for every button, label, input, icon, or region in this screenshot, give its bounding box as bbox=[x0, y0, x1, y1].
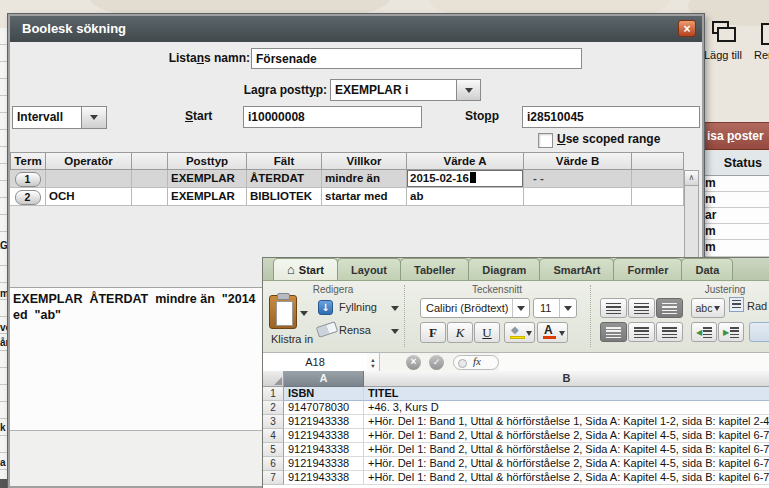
row-header[interactable]: 6 bbox=[263, 457, 284, 471]
accept-button[interactable]: ✓ bbox=[429, 355, 444, 370]
paste-button-label[interactable]: Klistra in bbox=[263, 333, 321, 345]
insert-function-button[interactable]: fx bbox=[453, 355, 499, 370]
fill-button-label[interactable]: Fyllning bbox=[339, 301, 377, 313]
bold-button[interactable]: F bbox=[420, 322, 446, 343]
font-color-button[interactable]: A bbox=[537, 322, 568, 343]
value-a-edit-field[interactable]: 2015-02-16 bbox=[407, 170, 523, 187]
align-middle-button[interactable] bbox=[628, 298, 655, 318]
cell-b7[interactable]: +Hör. Del 1: Band 2, Uttal & hörförståel… bbox=[364, 471, 769, 485]
align-center-button[interactable] bbox=[628, 322, 655, 342]
clear-dropdown-arrow[interactable] bbox=[391, 329, 399, 334]
italic-button[interactable]: K bbox=[447, 322, 473, 343]
row-header[interactable]: 7 bbox=[263, 471, 284, 485]
fill-color-button[interactable]: ◆ bbox=[504, 322, 535, 343]
row-header[interactable]: 2 bbox=[263, 401, 284, 415]
list-row[interactable]: m bbox=[704, 192, 769, 208]
cell-a5[interactable]: 9121943338 bbox=[284, 443, 364, 457]
term-number-cell[interactable]: 1 bbox=[10, 170, 46, 188]
row-header[interactable]: 1 bbox=[263, 387, 284, 401]
list-row[interactable]: m bbox=[704, 176, 769, 192]
cell-b4[interactable]: +Hör. Del 1: Band 2, Uttal & hörförståel… bbox=[364, 429, 769, 443]
empty-cell[interactable] bbox=[632, 170, 684, 188]
align-bottom-button[interactable] bbox=[656, 298, 683, 318]
range-mode-dropdown-button[interactable] bbox=[81, 106, 107, 129]
align-top-button[interactable] bbox=[600, 298, 627, 318]
range-mode-dropdown-value[interactable]: Intervall bbox=[12, 106, 82, 129]
cell-a6[interactable]: 9121943338 bbox=[284, 457, 364, 471]
close-button[interactable]: × bbox=[678, 20, 696, 37]
clear-button-label[interactable]: Rensa bbox=[339, 324, 371, 336]
list-row[interactable]: m bbox=[704, 224, 769, 240]
fill-icon[interactable]: ↓ bbox=[318, 300, 333, 315]
tab-data[interactable]: Data bbox=[681, 258, 733, 280]
scroll-up-button[interactable]: ∧ bbox=[685, 171, 698, 186]
condition-cell[interactable]: startar med bbox=[322, 188, 407, 206]
field-cell[interactable]: ÅTERDAT bbox=[247, 170, 322, 188]
select-all-corner[interactable] bbox=[263, 371, 284, 387]
empty-cell[interactable] bbox=[132, 170, 168, 188]
value-a-cell[interactable]: ab bbox=[407, 188, 524, 206]
query-term-row-1[interactable]: 1 EXEMPLAR ÅTERDAT mindre än 2015-02-16 … bbox=[10, 170, 684, 188]
decrease-indent-button[interactable]: ◀ bbox=[691, 322, 717, 342]
record-type-cell[interactable]: EXEMPLAR bbox=[168, 170, 247, 188]
column-header-a[interactable]: A bbox=[284, 371, 364, 387]
row-header[interactable]: 4 bbox=[263, 429, 284, 443]
list-name-input[interactable] bbox=[251, 48, 582, 69]
operator-cell[interactable] bbox=[46, 170, 132, 188]
font-name-dropdown[interactable]: Calibri (Brödtext) bbox=[420, 298, 530, 318]
increase-indent-button[interactable]: ▶ bbox=[718, 322, 744, 342]
tab-tabeller[interactable]: Tabeller bbox=[400, 258, 469, 280]
cell-a3[interactable]: 9121943338 bbox=[284, 415, 364, 429]
underline-button[interactable]: U bbox=[474, 322, 500, 343]
add-button-label[interactable]: Lägg till bbox=[704, 49, 742, 61]
list-row[interactable]: ar bbox=[704, 208, 769, 224]
stop-input[interactable] bbox=[522, 106, 700, 128]
value-a-cell[interactable]: 2015-02-16 bbox=[407, 170, 524, 188]
record-type-dropdown-button[interactable] bbox=[456, 79, 481, 101]
tab-smartart[interactable]: SmartArt bbox=[539, 258, 614, 280]
fill-dropdown-arrow[interactable] bbox=[391, 306, 399, 311]
tab-diagram[interactable]: Diagram bbox=[468, 258, 540, 280]
paste-icon[interactable] bbox=[269, 295, 297, 329]
cell-b3[interactable]: +Hör. Del 1: Band 1, Uttal & hörförståel… bbox=[364, 415, 769, 429]
cell-b2[interactable]: +46. 3, Kurs D bbox=[364, 401, 769, 415]
field-cell[interactable]: BIBLIOTEK bbox=[247, 188, 322, 206]
value-b-cell[interactable] bbox=[524, 188, 632, 206]
term-number-cell[interactable]: 2 bbox=[10, 188, 46, 206]
list-row[interactable]: m bbox=[704, 240, 769, 257]
row-header[interactable]: 5 bbox=[263, 443, 284, 457]
wrap-text-label[interactable]: Rad bbox=[747, 300, 767, 312]
tab-formler[interactable]: Formler bbox=[613, 258, 682, 280]
cell-a7[interactable]: 9121943338 bbox=[284, 471, 364, 485]
empty-cell[interactable] bbox=[632, 188, 684, 206]
name-box[interactable]: A18 bbox=[263, 353, 368, 372]
remove-button-label[interactable]: Rer bbox=[754, 49, 769, 61]
clear-icon[interactable] bbox=[316, 321, 338, 338]
query-term-row-2[interactable]: 2 OCH EXEMPLAR BIBLIOTEK startar med ab bbox=[10, 188, 684, 206]
column-header-b[interactable]: B bbox=[364, 371, 769, 387]
cancel-button[interactable]: × bbox=[406, 355, 421, 370]
record-type-cell[interactable]: EXEMPLAR bbox=[168, 188, 247, 206]
formula-input[interactable] bbox=[499, 353, 769, 372]
value-b-cell[interactable]: - - bbox=[524, 170, 632, 188]
merge-cells-button[interactable] bbox=[749, 322, 769, 342]
wrap-text-icon[interactable] bbox=[729, 297, 744, 312]
paste-dropdown-arrow[interactable] bbox=[300, 311, 308, 316]
cell-a2[interactable]: 9147078030 bbox=[284, 401, 364, 415]
use-scoped-range-checkbox[interactable] bbox=[538, 133, 553, 148]
row-header[interactable]: 3 bbox=[263, 415, 284, 429]
name-box-stepper[interactable]: ▴▾ bbox=[367, 353, 380, 372]
empty-cell[interactable] bbox=[132, 188, 168, 206]
cell-a1[interactable]: ISBN bbox=[284, 387, 364, 401]
cell-b6[interactable]: +Hör. Del 1: Band 2, Uttal & hörförståel… bbox=[364, 457, 769, 471]
start-input[interactable] bbox=[243, 106, 422, 128]
show-records-button[interactable]: isa poster bbox=[704, 122, 769, 150]
operator-cell[interactable]: OCH bbox=[46, 188, 132, 206]
condition-cell[interactable]: mindre än bbox=[322, 170, 407, 188]
record-type-dropdown-value[interactable]: EXEMPLAR i bbox=[330, 79, 457, 101]
cell-a4[interactable]: 9121943338 bbox=[284, 429, 364, 443]
align-left-button[interactable] bbox=[600, 322, 627, 342]
tab-layout[interactable]: Layout bbox=[337, 258, 401, 280]
font-size-dropdown[interactable]: 11 bbox=[533, 298, 577, 318]
cell-b5[interactable]: +Hör. Del 1: Band 2, Uttal & hörförståel… bbox=[364, 443, 769, 457]
